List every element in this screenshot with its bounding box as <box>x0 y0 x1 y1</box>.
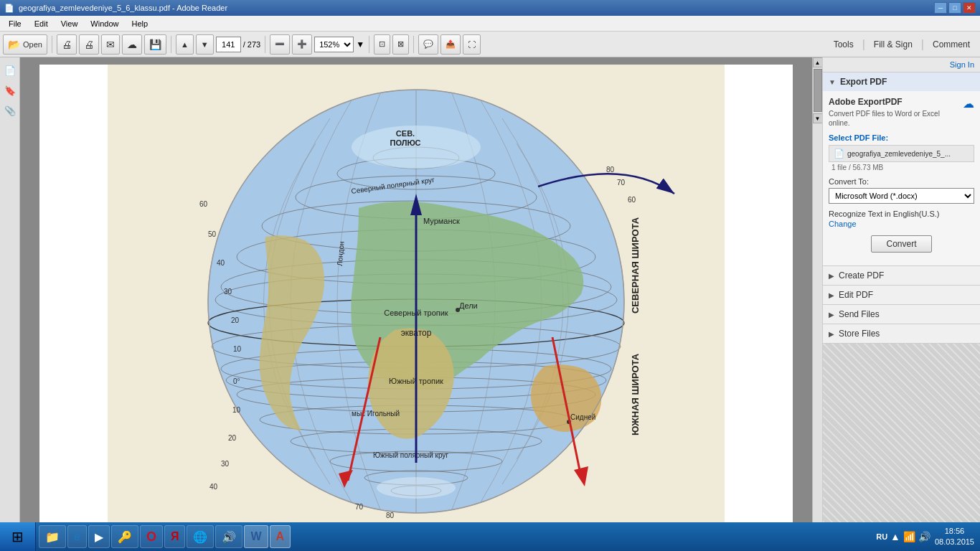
create-pdf-header[interactable]: ▶ Create PDF <box>823 266 980 285</box>
taskbar: ⊞ 📁 e ▶ 🔑 O Я 🌐 🔊 W A <box>0 522 980 551</box>
zoom-in-icon: ➕ <box>297 39 307 49</box>
convert-button[interactable]: Convert <box>871 235 931 253</box>
lat-70n-r: 70 <box>617 179 626 187</box>
opera-icon: O <box>146 529 156 545</box>
sidebar-page-icon[interactable]: 📄 <box>3 63 17 77</box>
sidebar-attach-icon[interactable]: 📎 <box>3 103 17 118</box>
comment-icon-btn[interactable]: 💬 <box>418 34 438 55</box>
north-latitude-label: СЕВЕРНАЯ ШИРОТА <box>630 217 641 314</box>
change-link[interactable]: Change <box>829 220 974 228</box>
page-navigation: / 273 <box>216 37 260 52</box>
next-page-button[interactable]: ▼ <box>196 34 214 55</box>
cursor-icon: ⛶ <box>468 40 476 49</box>
cursor-button[interactable]: ⛶ <box>463 34 481 55</box>
clock[interactable]: 18:56 08.03.2015 <box>935 526 974 548</box>
volume-icon[interactable]: 🔊 <box>918 531 930 542</box>
taskbar-volume[interactable]: 🔊 <box>215 525 242 548</box>
pdf-file-icon: 📄 <box>834 149 844 159</box>
export-pdf-header[interactable]: ▼ Export PDF <box>823 72 980 91</box>
separator-3 <box>265 36 265 53</box>
zoom-out-button[interactable]: ➖ <box>270 34 290 55</box>
menu-window[interactable]: Window <box>85 18 124 29</box>
close-button[interactable]: ✕ <box>963 2 976 14</box>
export-arrow-icon: ▼ <box>829 78 836 86</box>
menu-help[interactable]: Help <box>126 18 154 29</box>
send-files-header[interactable]: ▶ Send Files <box>823 305 980 324</box>
north-pole-label: СЕВ. <box>396 129 415 138</box>
share2-button[interactable]: 📤 <box>440 34 461 55</box>
north-pole-label2: ПОЛЮС <box>390 138 420 147</box>
file-size: 1 file / 56.73 MB <box>829 164 974 171</box>
system-tray: RU ▲ 📶 🔊 <box>876 531 930 542</box>
taskbar-file-manager[interactable]: 📁 <box>39 525 66 548</box>
taskbar-yandex[interactable]: Я <box>164 525 186 548</box>
edit-pdf-header[interactable]: ▶ Edit PDF <box>823 286 980 304</box>
menu-view[interactable]: View <box>55 18 84 29</box>
pdf-viewer[interactable]: СЕВЕРНАЯ ШИРОТА ЮЖНАЯ ШИРОТА СЕВ. ПОЛЮС … <box>20 57 812 522</box>
open-label: Open <box>23 40 42 49</box>
taskbar-ie[interactable]: e <box>67 525 87 548</box>
arrow-up-icon[interactable]: ▲ <box>890 531 900 542</box>
file-item: 📄 geografiya_zemlevedeniye_5_... <box>829 145 974 162</box>
zoom-in-button[interactable]: ➕ <box>292 34 312 55</box>
menu-file[interactable]: File <box>3 18 27 29</box>
language-indicator: RU <box>876 532 887 541</box>
start-button[interactable]: ⊞ <box>0 522 36 551</box>
zoom-dropdown-icon: ▼ <box>356 39 364 50</box>
taskbar-chrome[interactable]: 🌐 <box>187 525 214 548</box>
taskbar-word[interactable]: W <box>244 525 268 548</box>
page-input[interactable] <box>216 37 241 52</box>
page-total: 273 <box>248 40 260 49</box>
ie-icon: e <box>74 530 80 543</box>
convert-to-select[interactable]: Microsoft Word (*.docx) Microsoft Excel … <box>829 188 974 204</box>
edit-pdf-arrow-icon: ▶ <box>829 291 834 299</box>
scroll-down-button[interactable]: ▼ <box>813 113 823 123</box>
separator-5 <box>413 36 414 53</box>
fit-page-button[interactable]: ⊠ <box>392 34 409 55</box>
fit-width-button[interactable]: ⊡ <box>374 34 390 55</box>
share2-icon: 📤 <box>446 39 456 49</box>
open-button[interactable]: 📂 Open <box>3 34 47 55</box>
save-icon: 💾 <box>149 39 161 50</box>
zoom-select[interactable]: 152% 100% 75% 50% <box>314 37 354 52</box>
save-button[interactable]: 💾 <box>144 34 166 55</box>
edit-pdf-label: Edit PDF <box>839 290 873 300</box>
scroll-thumb[interactable] <box>814 69 822 112</box>
sign-in-link[interactable]: Sign In <box>950 60 974 69</box>
prev-page-button[interactable]: ▲ <box>176 34 194 55</box>
minimize-button[interactable]: ─ <box>934 2 947 14</box>
send-files-label: Send Files <box>839 309 880 319</box>
store-files-label: Store Files <box>839 329 880 339</box>
tools-button[interactable]: Tools <box>826 34 861 55</box>
page-sep: / <box>243 40 245 49</box>
taskbar-opera[interactable]: O <box>140 525 163 548</box>
share-button[interactable]: ☁ <box>122 34 142 55</box>
taskbar-media[interactable]: ▶ <box>88 525 110 548</box>
send-files-arrow-icon: ▶ <box>829 311 834 319</box>
taskbar-acrobat[interactable]: A <box>270 525 291 548</box>
sidebar-bookmark-icon[interactable]: 🔖 <box>3 83 17 98</box>
window-controls: ─ □ ✕ <box>934 2 976 14</box>
menu-edit[interactable]: Edit <box>29 18 54 29</box>
store-files-header[interactable]: ▶ Store Files <box>823 324 980 343</box>
lat-50n: 50 <box>208 230 217 238</box>
comment-button[interactable]: Comment <box>925 34 977 55</box>
scroll-up-button[interactable]: ▲ <box>813 57 823 67</box>
fit-page-icon: ⊠ <box>397 39 404 49</box>
export-pdf-section: ▼ Export PDF Adobe ExportPDF Convert PDF… <box>823 72 980 266</box>
svg-point-20 <box>352 126 481 169</box>
network-icon[interactable]: 📶 <box>903 531 915 542</box>
email-button[interactable]: ✉ <box>101 34 120 55</box>
print-button[interactable]: 🖨 <box>57 34 77 55</box>
taskbar-key[interactable]: 🔑 <box>111 525 138 548</box>
fill-sign-button[interactable]: Fill & Sign <box>867 34 920 55</box>
fit-icon: ⊡ <box>379 39 385 49</box>
right-panel: Sign In ▼ Export PDF Adobe ExportPDF Con… <box>822 57 980 522</box>
print-icon: 🖨 <box>62 39 72 50</box>
export-pdf-label: Export PDF <box>840 77 887 87</box>
scrollbar[interactable]: ▲ ▼ <box>812 57 822 522</box>
maximize-button[interactable]: □ <box>948 2 961 14</box>
print2-button[interactable]: 🖨 <box>79 34 99 55</box>
sign-in-bar[interactable]: Sign In <box>823 57 980 72</box>
left-sidebar: 📄 🔖 📎 <box>0 57 20 522</box>
